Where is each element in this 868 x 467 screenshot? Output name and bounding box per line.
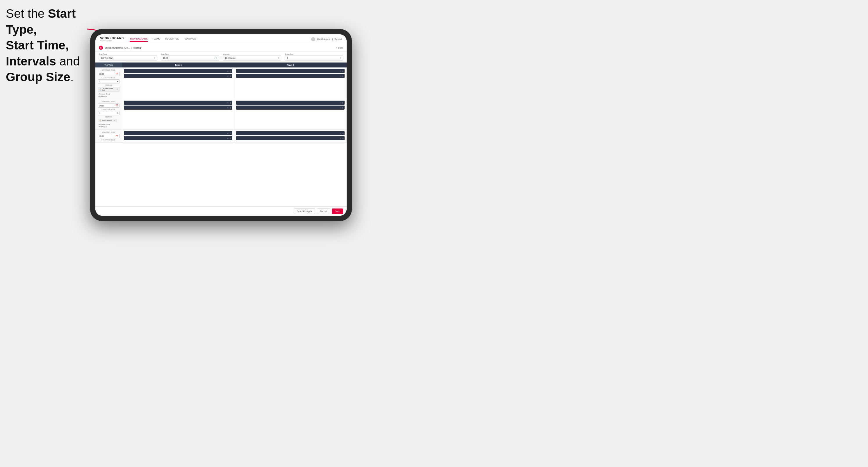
intervals-field: Intervals 10 Minutes ▾: [223, 53, 281, 61]
sign-out-link[interactable]: Sign out: [334, 38, 342, 40]
tablet-shell: SCOREBOARD Powered by clippd TOURNAMENTS…: [90, 29, 352, 221]
breadcrumb-sep: |: [131, 46, 132, 49]
player-row-7: ✕ ⊙: [236, 101, 345, 105]
add-group-1[interactable]: + Add Group: [98, 95, 120, 97]
tee-left-1: STARTING TIME: 10:00 ⏰ STARTING HOLE: 1 …: [95, 67, 122, 99]
tablet-screen: SCOREBOARD Powered by clippd TOURNAMENTS…: [95, 34, 347, 216]
tee-group-2: STARTING TIME: 10:10 ⏰ STARTING HOLE: 1 …: [95, 99, 347, 130]
clippd-icon: C: [99, 45, 103, 50]
start-type-label: Start Type: [99, 53, 157, 55]
nav-committee[interactable]: COMMITTEE: [165, 36, 179, 42]
hosting-label: Hosting: [133, 46, 141, 49]
start-type-field: Start Type 1st Tee Start ▾: [99, 53, 157, 61]
start-time-field: Start Time 10:00 🕐: [161, 53, 219, 61]
starting-time-input-1[interactable]: 10:00 ⏰: [98, 72, 120, 76]
reset-changes-button[interactable]: Reset Changes: [294, 209, 315, 214]
table-container: Tee Time Team 1 Team 2 STARTING TIME: 10…: [95, 63, 347, 207]
intervals-label: Intervals: [223, 53, 281, 55]
group-size-value: 3: [287, 57, 288, 59]
back-button[interactable]: < Back: [336, 46, 343, 49]
chevron-down-icon-2: ▾: [278, 57, 279, 59]
starting-time-label-2: STARTING TIME:: [98, 101, 120, 103]
tee-left-2: STARTING TIME: 10:10 ⏰ STARTING HOLE: 1 …: [95, 99, 122, 129]
logo-sub: Powered by clippd: [100, 40, 124, 41]
nav-tournaments[interactable]: TOURNAMENTS: [130, 36, 148, 42]
course-icon-2: 🏌: [99, 120, 101, 122]
starting-hole-input-2[interactable]: 1 ▾: [98, 111, 120, 115]
tee-group-3: STARTING TIME: 10:20 ⏰ STARTING HOLE: ✕ …: [95, 130, 347, 143]
player-row-9: ✕ ⊙: [124, 131, 232, 135]
chevron-hole-1: ▾: [117, 80, 118, 83]
th-team1: Team 1: [122, 63, 235, 67]
save-button[interactable]: Save: [332, 209, 343, 214]
player-row-8: ✕ ⊙: [236, 105, 345, 110]
pipe-separator: |: [332, 38, 333, 40]
sub-header: C Clippd Invitational (Mo… | Hosting < B…: [95, 44, 347, 52]
player-row-3: ✕ ⊙: [236, 69, 345, 73]
nav-right: blair@clippd.io | Sign out: [311, 37, 342, 41]
bold-start-type: Start Type,Start Time,Intervals: [6, 7, 75, 68]
clock-icon-2: ⏰: [116, 104, 118, 107]
user-email: blair@clippd.io: [317, 38, 330, 40]
clock-icon-3: ⏰: [116, 135, 118, 137]
course-icon-1: 🏌: [99, 88, 101, 90]
start-type-select[interactable]: 1st Tee Start ▾: [99, 56, 157, 61]
starting-time-input-3[interactable]: 10:20 ⏰: [98, 134, 120, 138]
chevron-down-icon: ▾: [154, 57, 155, 59]
starting-time-label-3: STARTING TIME:: [98, 131, 120, 133]
starting-hole-label-3: STARTING HOLE:: [98, 139, 120, 141]
intervals-select[interactable]: 10 Minutes ▾: [223, 56, 281, 61]
starting-time-label-1: STARTING TIME:: [98, 69, 120, 71]
starting-time-input-2[interactable]: 10:10 ⏰: [98, 103, 120, 107]
team1-cell-2: ✕ ⊙ ✕ ⊙: [122, 99, 235, 129]
starting-hole-label-2: STARTING HOLE:: [98, 108, 120, 110]
start-time-value: 10:00: [163, 57, 168, 59]
team2-cell-1: ✕ ⊙ ✕ ⊙: [235, 67, 347, 99]
th-tee-time: Tee Time: [95, 63, 122, 67]
clock-icon: 🕐: [214, 57, 217, 59]
course-tag-1: 🏌 (A) Peachtree GC ✕: [98, 87, 120, 92]
starting-hole-input-1[interactable]: 1 ▾: [98, 80, 120, 84]
team2-cell-2: ✕ ⊙ ✕ ⊙: [235, 99, 347, 129]
course-tag-2: 🏌 East Lake GC ✕: [98, 119, 117, 122]
start-type-value: 1st Tee Start: [101, 57, 113, 59]
course-label-2: COURSE:: [98, 116, 120, 118]
navbar: SCOREBOARD Powered by clippd TOURNAMENTS…: [95, 34, 347, 44]
tee-group-1: STARTING TIME: 10:00 ⏰ STARTING HOLE: 1 …: [95, 67, 347, 99]
table-header: Tee Time Team 1 Team 2: [95, 63, 347, 67]
team2-cell-3: ✕ ⊙ ✕ ⊙: [235, 130, 347, 143]
logo-area: SCOREBOARD Powered by clippd: [100, 37, 124, 41]
group-size-select[interactable]: 3 ▾: [285, 56, 343, 61]
team1-cell-3: ✕ ⊙ ✕ ⊙: [122, 130, 235, 143]
tee-left-3: STARTING TIME: 10:20 ⏰ STARTING HOLE:: [95, 130, 122, 143]
tournament-breadcrumb: Clippd Invitational (Mo…: [105, 46, 130, 49]
player-row-5: ✕ ⊙: [124, 101, 232, 105]
chevron-down-icon-3: ▾: [340, 57, 341, 59]
settings-row: Start Type 1st Tee Start ▾ Start Time 10…: [95, 52, 347, 63]
start-time-label: Start Time: [161, 53, 219, 55]
remove-course-2[interactable]: ✕: [114, 119, 116, 122]
course-label-1: COURSE:: [98, 84, 120, 86]
nav-rankings[interactable]: RANKINGS: [184, 36, 196, 42]
add-group-2[interactable]: + Add Group: [98, 126, 120, 128]
player-row-12: ✕ ⊙: [236, 136, 345, 140]
nav-teams[interactable]: TEAMS: [152, 36, 160, 42]
action-bar: Reset Changes Cancel Save: [95, 207, 347, 216]
annotation-text: Set the Start Type,Start Time,Intervals …: [6, 6, 90, 85]
player-row-6: ✕ ⊙: [124, 105, 232, 110]
group-size-field: Group Size 3 ▾: [285, 53, 343, 61]
logo-text: SCOREBOARD: [100, 37, 124, 40]
remove-group-1[interactable]: ○ Remove Group: [98, 93, 120, 95]
remove-group-2[interactable]: ○ Remove Group: [98, 124, 120, 125]
remove-course-1[interactable]: ✕: [116, 88, 118, 90]
cancel-button[interactable]: Cancel: [317, 209, 330, 214]
chevron-hole-2: ▾: [117, 112, 118, 114]
nav-links: TOURNAMENTS TEAMS COMMITTEE RANKINGS: [130, 36, 311, 42]
user-avatar: [311, 37, 315, 41]
group-size-label: Group Size: [285, 53, 343, 55]
player-row-10: ✕ ⊙: [124, 136, 232, 140]
clock-icon-1: ⏰: [116, 73, 118, 75]
team1-cell-1: ✕ ⊙ ✕ ⊙: [122, 67, 235, 99]
start-time-select[interactable]: 10:00 🕐: [161, 56, 219, 61]
starting-hole-label-1: STARTING HOLE:: [98, 77, 120, 79]
